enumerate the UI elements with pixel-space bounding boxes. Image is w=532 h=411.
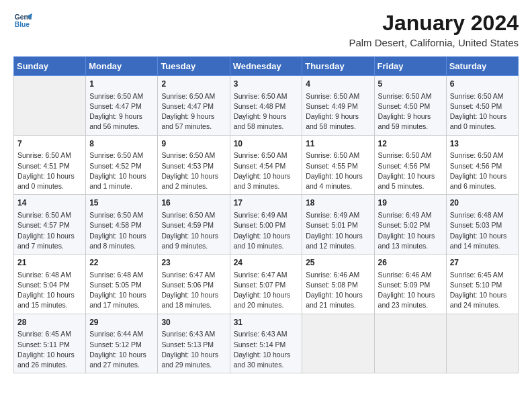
day-number: 20 <box>450 197 515 209</box>
day-info: Sunrise: 6:50 AM Sunset: 4:55 PM Dayligh… <box>306 150 370 191</box>
day-number: 22 <box>89 257 154 269</box>
day-number: 15 <box>89 197 154 209</box>
day-number: 5 <box>378 79 443 90</box>
day-info: Sunrise: 6:48 AM Sunset: 5:05 PM Dayligh… <box>89 270 154 311</box>
calendar-cell: 3Sunrise: 6:50 AM Sunset: 4:48 PM Daylig… <box>230 76 302 136</box>
calendar-cell: 26Sunrise: 6:46 AM Sunset: 5:09 PM Dayli… <box>374 255 446 314</box>
day-number: 26 <box>378 257 443 269</box>
day-info: Sunrise: 6:50 AM Sunset: 4:50 PM Dayligh… <box>378 91 443 132</box>
day-info: Sunrise: 6:48 AM Sunset: 5:04 PM Dayligh… <box>17 270 82 311</box>
calendar-subtitle: Palm Desert, California, United States <box>349 37 519 48</box>
week-row-5: 28Sunrise: 6:45 AM Sunset: 5:11 PM Dayli… <box>14 314 519 373</box>
week-row-1: 1Sunrise: 6:50 AM Sunset: 4:47 PM Daylig… <box>14 76 519 136</box>
calendar-cell: 1Sunrise: 6:50 AM Sunset: 4:47 PM Daylig… <box>86 76 158 136</box>
calendar-cell: 23Sunrise: 6:47 AM Sunset: 5:06 PM Dayli… <box>158 255 230 314</box>
calendar-cell: 19Sunrise: 6:49 AM Sunset: 5:02 PM Dayli… <box>374 195 446 255</box>
day-number: 23 <box>161 257 226 269</box>
svg-text:Blue: Blue <box>15 21 30 28</box>
calendar-cell: 2Sunrise: 6:50 AM Sunset: 4:47 PM Daylig… <box>158 76 230 136</box>
calendar-cell: 9Sunrise: 6:50 AM Sunset: 4:53 PM Daylig… <box>158 135 230 195</box>
day-number: 11 <box>306 138 370 150</box>
day-number: 19 <box>378 197 443 209</box>
day-number: 6 <box>450 79 515 90</box>
day-info: Sunrise: 6:50 AM Sunset: 4:59 PM Dayligh… <box>161 210 226 251</box>
calendar-cell: 25Sunrise: 6:46 AM Sunset: 5:08 PM Dayli… <box>302 255 374 314</box>
title-area: January 2024 Palm Desert, California, Un… <box>349 11 519 48</box>
day-info: Sunrise: 6:50 AM Sunset: 4:56 PM Dayligh… <box>378 150 443 191</box>
weekday-header-wednesday: Wednesday <box>230 57 302 76</box>
week-row-4: 21Sunrise: 6:48 AM Sunset: 5:04 PM Dayli… <box>14 255 519 314</box>
day-info: Sunrise: 6:50 AM Sunset: 4:56 PM Dayligh… <box>450 150 515 191</box>
calendar-cell: 10Sunrise: 6:50 AM Sunset: 4:54 PM Dayli… <box>230 135 302 195</box>
calendar-cell: 31Sunrise: 6:43 AM Sunset: 5:14 PM Dayli… <box>230 314 302 373</box>
day-info: Sunrise: 6:45 AM Sunset: 5:10 PM Dayligh… <box>450 270 515 311</box>
header: General Blue January 2024 Palm Desert, C… <box>13 11 519 48</box>
day-number: 21 <box>17 257 82 269</box>
calendar-cell <box>14 76 86 136</box>
weekday-header-sunday: Sunday <box>14 57 86 76</box>
day-info: Sunrise: 6:49 AM Sunset: 5:00 PM Dayligh… <box>234 210 299 251</box>
calendar-cell: 29Sunrise: 6:44 AM Sunset: 5:12 PM Dayli… <box>86 314 158 373</box>
day-number: 18 <box>306 197 370 209</box>
day-number: 25 <box>306 257 370 269</box>
day-number: 2 <box>161 79 226 90</box>
day-number: 30 <box>161 317 226 328</box>
day-number: 3 <box>234 79 299 90</box>
day-number: 14 <box>17 197 82 209</box>
day-info: Sunrise: 6:50 AM Sunset: 4:47 PM Dayligh… <box>161 91 226 132</box>
calendar-cell <box>302 314 374 373</box>
calendar-cell: 11Sunrise: 6:50 AM Sunset: 4:55 PM Dayli… <box>302 135 374 195</box>
day-number: 10 <box>234 138 299 150</box>
day-number: 9 <box>161 138 226 150</box>
weekday-header-thursday: Thursday <box>302 57 374 76</box>
calendar-cell: 24Sunrise: 6:47 AM Sunset: 5:07 PM Dayli… <box>230 255 302 314</box>
calendar-cell <box>446 314 518 373</box>
calendar-cell: 27Sunrise: 6:45 AM Sunset: 5:10 PM Dayli… <box>446 255 518 314</box>
calendar-cell: 21Sunrise: 6:48 AM Sunset: 5:04 PM Dayli… <box>14 255 86 314</box>
calendar-cell: 12Sunrise: 6:50 AM Sunset: 4:56 PM Dayli… <box>374 135 446 195</box>
day-info: Sunrise: 6:49 AM Sunset: 5:02 PM Dayligh… <box>378 210 443 251</box>
calendar-cell <box>374 314 446 373</box>
day-number: 16 <box>161 197 226 209</box>
calendar-cell: 14Sunrise: 6:50 AM Sunset: 4:57 PM Dayli… <box>14 195 86 255</box>
weekday-header-row: SundayMondayTuesdayWednesdayThursdayFrid… <box>14 57 519 76</box>
logo: General Blue <box>13 11 32 30</box>
day-info: Sunrise: 6:43 AM Sunset: 5:14 PM Dayligh… <box>234 329 299 370</box>
day-info: Sunrise: 6:46 AM Sunset: 5:08 PM Dayligh… <box>306 270 370 311</box>
day-info: Sunrise: 6:50 AM Sunset: 4:54 PM Dayligh… <box>234 150 299 191</box>
day-info: Sunrise: 6:50 AM Sunset: 4:49 PM Dayligh… <box>306 91 370 132</box>
calendar-cell: 20Sunrise: 6:48 AM Sunset: 5:03 PM Dayli… <box>446 195 518 255</box>
calendar-cell: 30Sunrise: 6:43 AM Sunset: 5:13 PM Dayli… <box>158 314 230 373</box>
day-number: 31 <box>234 317 299 328</box>
day-info: Sunrise: 6:50 AM Sunset: 4:53 PM Dayligh… <box>161 150 226 191</box>
day-info: Sunrise: 6:44 AM Sunset: 5:12 PM Dayligh… <box>89 329 154 370</box>
weekday-header-monday: Monday <box>86 57 158 76</box>
day-number: 27 <box>450 257 515 269</box>
weekday-header-saturday: Saturday <box>446 57 518 76</box>
day-info: Sunrise: 6:46 AM Sunset: 5:09 PM Dayligh… <box>378 270 443 311</box>
calendar-cell: 6Sunrise: 6:50 AM Sunset: 4:50 PM Daylig… <box>446 76 518 136</box>
logo-icon: General Blue <box>13 11 32 30</box>
day-number: 7 <box>17 138 82 150</box>
calendar-title: January 2024 <box>349 11 519 36</box>
day-number: 12 <box>378 138 443 150</box>
week-row-2: 7Sunrise: 6:50 AM Sunset: 4:51 PM Daylig… <box>14 135 519 195</box>
day-info: Sunrise: 6:50 AM Sunset: 4:52 PM Dayligh… <box>89 150 154 191</box>
day-info: Sunrise: 6:50 AM Sunset: 4:58 PM Dayligh… <box>89 210 154 251</box>
calendar-cell: 8Sunrise: 6:50 AM Sunset: 4:52 PM Daylig… <box>86 135 158 195</box>
day-info: Sunrise: 6:48 AM Sunset: 5:03 PM Dayligh… <box>450 210 515 251</box>
calendar-cell: 17Sunrise: 6:49 AM Sunset: 5:00 PM Dayli… <box>230 195 302 255</box>
calendar-table: SundayMondayTuesdayWednesdayThursdayFrid… <box>13 56 519 373</box>
day-number: 28 <box>17 317 82 328</box>
day-number: 13 <box>450 138 515 150</box>
day-info: Sunrise: 6:50 AM Sunset: 4:51 PM Dayligh… <box>17 150 82 191</box>
weekday-header-friday: Friday <box>374 57 446 76</box>
weekday-header-tuesday: Tuesday <box>158 57 230 76</box>
day-info: Sunrise: 6:50 AM Sunset: 4:50 PM Dayligh… <box>450 91 515 132</box>
calendar-cell: 22Sunrise: 6:48 AM Sunset: 5:05 PM Dayli… <box>86 255 158 314</box>
calendar-cell: 28Sunrise: 6:45 AM Sunset: 5:11 PM Dayli… <box>14 314 86 373</box>
day-number: 29 <box>89 317 154 328</box>
day-info: Sunrise: 6:50 AM Sunset: 4:48 PM Dayligh… <box>234 91 299 132</box>
day-number: 17 <box>234 197 299 209</box>
calendar-cell: 13Sunrise: 6:50 AM Sunset: 4:56 PM Dayli… <box>446 135 518 195</box>
